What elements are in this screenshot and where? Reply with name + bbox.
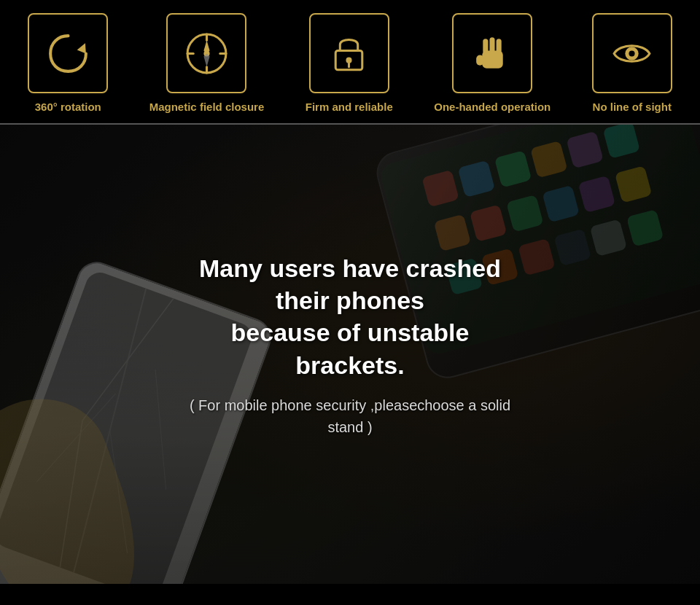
svg-point-18 [629, 50, 635, 56]
feature-bar: 360° rotation Magnetic field closure [0, 0, 700, 125]
svg-rect-16 [496, 39, 501, 53]
sub-text: ( For mobile phone security ,pleasechoos… [175, 394, 525, 438]
svg-marker-0 [77, 43, 85, 53]
onehanded-label: One-handed operation [434, 101, 551, 113]
nosight-label: No line of sight [593, 101, 672, 113]
lock-icon [325, 30, 373, 77]
svg-rect-14 [483, 39, 488, 53]
magnetic-label: Magnetic field closure [149, 101, 265, 113]
magnetic-icon-box [166, 13, 246, 93]
eye-icon [608, 30, 656, 77]
image-section: Many users have crashed their phonesbeca… [0, 125, 700, 584]
feature-item-firm: Firm and reliable [306, 13, 393, 113]
compass-icon [183, 30, 230, 77]
svg-rect-13 [476, 55, 483, 65]
feature-item-nosight: No line of sight [592, 13, 672, 113]
nosight-icon-box [592, 13, 672, 93]
main-headline: Many users have crashed their phonesbeca… [175, 252, 525, 381]
rotation-icon-box [28, 13, 108, 93]
feature-item-rotation: 360° rotation [28, 13, 108, 113]
firm-icon-box [309, 13, 389, 93]
feature-item-magnetic: Magnetic field closure [149, 13, 265, 113]
rotation-label: 360° rotation [35, 101, 101, 113]
hand-icon [469, 30, 516, 77]
center-text-block: Many users have crashed their phonesbeca… [175, 252, 525, 438]
rotation-icon [44, 30, 92, 77]
svg-rect-15 [489, 37, 494, 53]
feature-item-onehanded: One-handed operation [434, 13, 551, 113]
onehanded-icon-box [452, 13, 532, 93]
firm-label: Firm and reliable [306, 101, 393, 113]
